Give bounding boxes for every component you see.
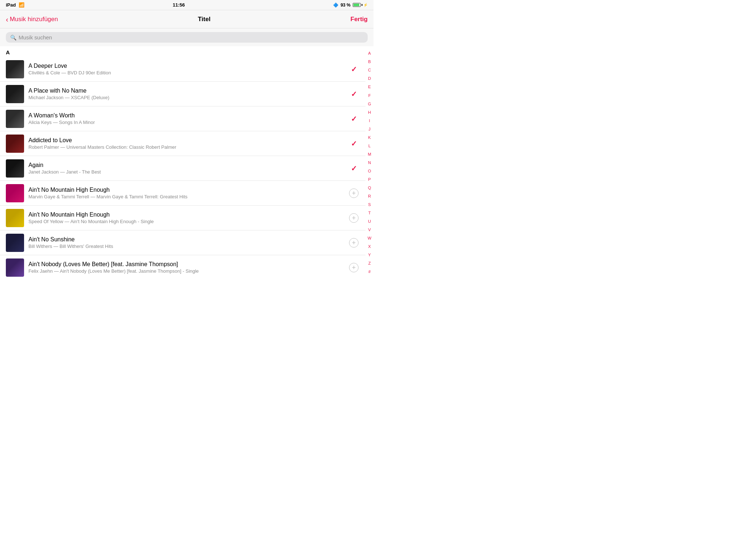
song-item[interactable]: Ain't No Mountain High EnoughSpeed Of Ye…: [0, 206, 365, 230]
back-button[interactable]: ‹ Musik hinzufügen: [6, 16, 58, 23]
alpha-index-N[interactable]: N: [368, 160, 371, 165]
alpha-index-F[interactable]: F: [368, 93, 371, 98]
song-info: Ain't No SunshineBill Withers — Bill Wit…: [28, 236, 344, 249]
song-title: Addicted to Love: [28, 137, 344, 144]
song-info: Ain't Nobody (Loves Me Better) [feat. Ja…: [28, 261, 344, 274]
album-art: [6, 209, 24, 227]
alpha-index-Q[interactable]: Q: [368, 185, 371, 190]
alpha-index-M[interactable]: M: [368, 152, 371, 157]
song-title: Ain't No Sunshine: [28, 236, 344, 243]
song-item[interactable]: A Deeper LoveClivillés & Cole — BVD DJ 9…: [0, 57, 365, 82]
alpha-index-O[interactable]: O: [368, 168, 371, 174]
song-title: A Deeper Love: [28, 63, 344, 69]
alpha-index-B[interactable]: B: [368, 59, 371, 64]
song-added-checkmark[interactable]: ✓: [348, 88, 360, 100]
song-subtitle: Michael Jackson — XSCAPE (Deluxe): [28, 95, 344, 100]
song-item[interactable]: A Woman's WorthAlicia Keys — Songs In A …: [0, 106, 365, 131]
song-subtitle: Alicia Keys — Songs In A Minor: [28, 120, 344, 125]
song-info: Ain't No Mountain High EnoughMarvin Gaye…: [28, 187, 344, 199]
alpha-index-I[interactable]: I: [369, 118, 370, 123]
status-left: iPad 📶: [6, 2, 24, 8]
song-item[interactable]: A Place with No NameMichael Jackson — XS…: [0, 82, 365, 106]
album-art: [6, 85, 24, 103]
song-subtitle: Speed Of Yellow — Ain't No Mountain High…: [28, 219, 344, 224]
alpha-index-C[interactable]: C: [368, 67, 371, 73]
song-title: A Place with No Name: [28, 88, 344, 94]
alpha-index-G[interactable]: G: [368, 101, 371, 106]
status-time: 11:56: [173, 2, 185, 8]
ipad-label: iPad: [6, 2, 16, 8]
alpha-index-V[interactable]: V: [368, 227, 371, 232]
search-icon: 🔍: [10, 35, 16, 40]
song-item[interactable]: AgainJanet Jackson — Janet - The Best✓: [0, 156, 365, 181]
checkmark-icon: ✓: [351, 114, 357, 123]
page-title: Titel: [198, 16, 211, 23]
song-title: Ain't Nobody (Loves Me Better) [feat. Ja…: [28, 261, 344, 268]
battery-percent: 93 %: [341, 3, 351, 8]
album-art: [6, 159, 24, 178]
alpha-index-X[interactable]: X: [368, 244, 371, 249]
song-added-checkmark[interactable]: ✓: [348, 138, 360, 149]
alpha-index-J[interactable]: J: [368, 127, 371, 132]
song-subtitle: Felix Jaehn — Ain't Nobody (Loves Me Bet…: [28, 268, 344, 274]
plus-circle-icon: +: [349, 188, 359, 198]
song-info: Addicted to LoveRobert Palmer — Universa…: [28, 137, 344, 150]
song-item[interactable]: Ain't Nobody (Loves Me Better) [feat. Ja…: [0, 255, 365, 279]
album-art: [6, 234, 24, 252]
song-item[interactable]: Ain't No Mountain High EnoughMarvin Gaye…: [0, 181, 365, 206]
alpha-index-S[interactable]: S: [368, 202, 371, 207]
nav-bar: ‹ Musik hinzufügen Titel Fertig: [0, 10, 374, 28]
alpha-index-#[interactable]: #: [368, 269, 371, 274]
alpha-index-D[interactable]: D: [368, 76, 371, 81]
song-info: AgainJanet Jackson — Janet - The Best: [28, 162, 344, 175]
song-title: Ain't No Mountain High Enough: [28, 211, 344, 218]
song-subtitle: Marvin Gaye & Tammi Terrell — Marvin Gay…: [28, 194, 344, 199]
search-container: 🔍 Musik suchen: [0, 28, 374, 46]
alpha-index-Z[interactable]: Z: [368, 261, 371, 266]
alpha-index-U[interactable]: U: [368, 219, 371, 224]
song-item[interactable]: Addicted to LoveRobert Palmer — Universa…: [0, 131, 365, 156]
alpha-index-W[interactable]: W: [368, 236, 371, 241]
charging-icon: ⚡: [363, 3, 368, 7]
song-title: Ain't No Mountain High Enough: [28, 187, 344, 193]
alpha-index-A[interactable]: A: [368, 51, 371, 56]
album-art: [6, 60, 24, 78]
song-add-button[interactable]: +: [348, 187, 360, 199]
song-added-checkmark[interactable]: ✓: [348, 163, 360, 174]
alpha-index-Y[interactable]: Y: [368, 252, 371, 257]
song-info: Ain't No Mountain High EnoughSpeed Of Ye…: [28, 211, 344, 224]
alpha-index-R[interactable]: R: [368, 194, 371, 199]
album-art: [6, 258, 24, 277]
alpha-index-bar[interactable]: ABCDEFGHIJKLMNOPQRSTUVWXYZ#: [365, 46, 374, 279]
content-area: A A Deeper LoveClivillés & Cole — BVD DJ…: [0, 46, 374, 279]
alpha-index-P[interactable]: P: [368, 177, 371, 182]
alpha-index-T[interactable]: T: [368, 210, 371, 215]
song-subtitle: Robert Palmer — Universal Masters Collec…: [28, 144, 344, 150]
song-list[interactable]: A A Deeper LoveClivillés & Cole — BVD DJ…: [0, 46, 365, 279]
alpha-index-L[interactable]: L: [368, 143, 371, 148]
song-title: Again: [28, 162, 344, 168]
album-art: [6, 110, 24, 128]
song-item[interactable]: Ain't No SunshineBill Withers — Bill Wit…: [0, 230, 365, 255]
alpha-index-K[interactable]: K: [368, 135, 371, 140]
done-button[interactable]: Fertig: [351, 16, 368, 23]
album-art: [6, 135, 24, 153]
song-added-checkmark[interactable]: ✓: [348, 113, 360, 125]
search-bar[interactable]: 🔍 Musik suchen: [6, 32, 368, 43]
section-header-a: A: [0, 46, 365, 57]
song-subtitle: Bill Withers — Bill Withers' Greatest Hi…: [28, 244, 344, 249]
plus-circle-icon: +: [349, 238, 359, 248]
search-placeholder: Musik suchen: [19, 34, 52, 40]
alpha-index-E[interactable]: E: [368, 84, 371, 89]
chevron-left-icon: ‹: [6, 16, 8, 23]
song-add-button[interactable]: +: [348, 212, 360, 224]
checkmark-icon: ✓: [351, 65, 357, 74]
song-info: A Woman's WorthAlicia Keys — Songs In A …: [28, 112, 344, 125]
song-add-button[interactable]: +: [348, 237, 360, 249]
song-subtitle: Clivillés & Cole — BVD DJ 90er Edition: [28, 70, 344, 75]
song-added-checkmark[interactable]: ✓: [348, 63, 360, 75]
song-add-button[interactable]: +: [348, 262, 360, 273]
plus-circle-icon: +: [349, 213, 359, 223]
status-right: 🔷 93 % ⚡: [333, 3, 368, 8]
alpha-index-H[interactable]: H: [368, 110, 371, 115]
